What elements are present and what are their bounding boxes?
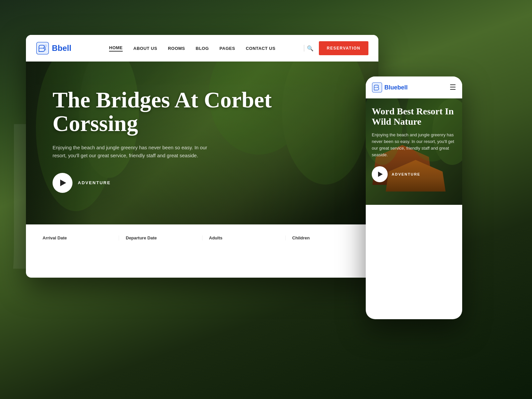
booking-bar: Arrival Date Departure Date Adults Child…: [26, 224, 378, 251]
departure-date-field[interactable]: Departure Date: [119, 235, 202, 240]
hero-content: The Bridges At Corbet Corssing Enjoying …: [26, 62, 378, 193]
reservation-button[interactable]: RESERVATION: [319, 41, 368, 55]
mobile-navbar: Bluebell ☰: [366, 76, 462, 98]
mobile-mockup: Bluebell ☰ Word Best Resort In Wild Natu…: [366, 76, 462, 319]
nav-contact[interactable]: CONTACT US: [246, 46, 275, 51]
mobile-play-button[interactable]: [372, 166, 388, 182]
nav-about[interactable]: ABOUT US: [133, 46, 157, 51]
hamburger-icon[interactable]: ☰: [450, 83, 456, 92]
logo-link[interactable]: Bbell: [36, 42, 89, 55]
nav-rooms[interactable]: ROOMS: [168, 46, 185, 51]
hero-section: The Bridges At Corbet Corssing Enjoying …: [26, 62, 378, 251]
desktop-navbar: Bbell HOME ABOUT US ROOMS BLOG PAGES CON…: [26, 35, 378, 62]
adults-field[interactable]: Adults: [202, 235, 286, 240]
logo-text: Bbell: [52, 44, 71, 53]
mobile-hero-content: Word Best Resort In Wild Nature Enjoying…: [366, 98, 462, 182]
nav-pages[interactable]: PAGES: [219, 46, 235, 51]
mobile-hero-subtitle: Enjoying the beach and jungle greenry ha…: [372, 132, 456, 159]
hero-title: The Bridges At Corbet Corssing: [53, 88, 352, 136]
mobile-play-row: ADVENTURE: [372, 166, 456, 182]
nav-home[interactable]: HOME: [109, 45, 123, 52]
mobile-logo-text: Bluebell: [384, 84, 408, 91]
children-field[interactable]: Children: [286, 235, 368, 240]
mobile-logo-icon: [372, 82, 382, 93]
search-icon[interactable]: 🔍: [307, 45, 314, 52]
mobile-hero: Word Best Resort In Wild Nature Enjoying…: [366, 98, 462, 205]
hero-subtitle: Enjoying the beach and jungle greenry ha…: [53, 144, 212, 160]
play-row: ADVENTURE: [53, 173, 352, 193]
desktop-mockup: Bbell HOME ABOUT US ROOMS BLOG PAGES CON…: [26, 35, 378, 278]
mobile-logo: Bluebell: [372, 82, 408, 93]
play-button[interactable]: [53, 173, 72, 193]
svg-point-1: [44, 44, 47, 47]
logo-icon: [36, 42, 49, 55]
nav-divider: [304, 45, 304, 52]
mobile-hero-title: Word Best Resort In Wild Nature: [372, 106, 456, 127]
nav-blog[interactable]: BLOG: [196, 46, 209, 51]
nav-links: HOME ABOUT US ROOMS BLOG PAGES CONTACT U…: [109, 45, 301, 52]
mobile-play-icon: [378, 172, 383, 177]
play-icon: [60, 180, 66, 186]
arrival-date-field[interactable]: Arrival Date: [36, 235, 119, 240]
adventure-label: ADVENTURE: [78, 180, 111, 185]
mobile-adventure-label: ADVENTURE: [392, 172, 420, 176]
